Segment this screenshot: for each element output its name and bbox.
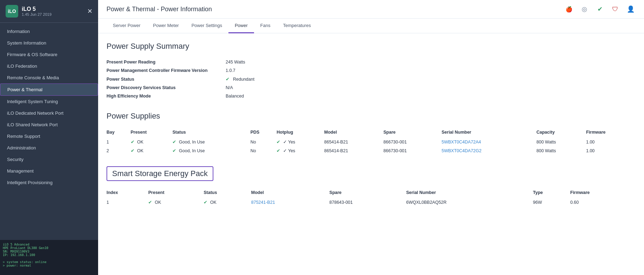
smart-storage-header-row: IndexPresentStatusModelSpareSerial Numbe… bbox=[107, 188, 636, 198]
summary-row: High Efficiency ModeBalanced bbox=[107, 92, 636, 100]
ps-col-header: Bay bbox=[107, 128, 131, 138]
tabs-bar: Server PowerPower MeterPower SettingsPow… bbox=[98, 19, 644, 33]
status-ok-icon: ✔ bbox=[226, 76, 229, 82]
table-row: 1✔ OK✔ OK875241-B21878643-0016WQXL0BB2AQ… bbox=[107, 198, 636, 207]
table-cell: ✔ Good, In Use bbox=[172, 146, 250, 155]
table-cell: 1.00 bbox=[586, 146, 636, 155]
sidebar-item-management[interactable]: Management bbox=[0, 165, 98, 177]
table-cell: 1 bbox=[107, 198, 148, 207]
sidebar-item-ilo-federation[interactable]: iLO Federation bbox=[0, 60, 98, 72]
smart-storage-tbody: 1✔ OK✔ OK875241-B21878643-0016WQXL0BB2AQ… bbox=[107, 198, 636, 207]
table-row: 2✔ OK✔ Good, In UseNo✔ ✓ Yes865414-B2186… bbox=[107, 146, 636, 155]
terminal-line: > power: normal bbox=[3, 264, 95, 267]
table-cell: 800 Watts bbox=[536, 138, 586, 146]
tab-server-power[interactable]: Server Power bbox=[107, 19, 147, 33]
ok-icon: ✔ bbox=[172, 140, 177, 145]
smart-storage-box: Smart Storage Energy Pack bbox=[107, 166, 213, 181]
target-icon[interactable]: ◎ bbox=[580, 4, 589, 14]
sidebar-item-remote-support[interactable]: Remote Support bbox=[0, 130, 98, 142]
ok-icon: ✔ bbox=[131, 140, 136, 145]
sidebar-item-security[interactable]: Security bbox=[0, 154, 98, 165]
summary-label: Power Status bbox=[107, 77, 226, 82]
check-circle-icon[interactable]: ✔ bbox=[595, 4, 605, 14]
model-link[interactable]: 875241-B21 bbox=[251, 200, 275, 205]
table-cell: 878643-001 bbox=[329, 198, 406, 207]
power-supply-summary-section: Power Supply Summary Present Power Readi… bbox=[107, 42, 636, 100]
power-supply-summary-title: Power Supply Summary bbox=[107, 42, 636, 51]
table-cell: No bbox=[251, 138, 277, 146]
app-logo-text: iLO 5 1.45 Jun 27 2019 bbox=[22, 6, 52, 16]
tab-power[interactable]: Power bbox=[228, 19, 254, 33]
ss-col-header: Status bbox=[204, 188, 251, 198]
table-cell: 866730-001 bbox=[383, 138, 441, 146]
summary-label: High Efficiency Mode bbox=[107, 94, 226, 99]
smart-storage-section: Smart Storage Energy Pack IndexPresentSt… bbox=[107, 166, 636, 207]
power-supplies-section: Power Supplies BayPresentStatusPDSHotplu… bbox=[107, 112, 636, 155]
page-title: Power & Thermal - Power Information bbox=[107, 6, 212, 13]
sidebar-nav: InformationSystem InformationFirmware & … bbox=[0, 23, 98, 240]
tab-power-settings[interactable]: Power Settings bbox=[185, 19, 228, 33]
terminal-line: iLO 5 Advanced bbox=[3, 243, 95, 246]
power-supplies-title: Power Supplies bbox=[107, 112, 636, 121]
terminal-line: HPE ProLiant DL380 Gen10 bbox=[3, 246, 95, 250]
sidebar-item-remote-console-media[interactable]: Remote Console & Media bbox=[0, 72, 98, 83]
table-cell: 96W bbox=[533, 198, 570, 207]
table-cell: ✔ OK bbox=[148, 198, 204, 207]
summary-value: Balanced bbox=[226, 94, 244, 99]
sidebar-item-firmware-os-software[interactable]: Firmware & OS Software bbox=[0, 49, 98, 60]
sidebar-item-ilo-dedicated-network-port[interactable]: iLO Dedicated Network Port bbox=[0, 107, 98, 119]
smart-storage-thead: IndexPresentStatusModelSpareSerial Numbe… bbox=[107, 188, 636, 198]
sidebar-item-information[interactable]: Information bbox=[0, 26, 98, 37]
table-cell: 1.00 bbox=[586, 138, 636, 146]
ss-col-header: Spare bbox=[329, 188, 406, 198]
table-cell: 800 Watts bbox=[536, 146, 586, 155]
table-cell: 5WBXT0C4DA72A4 bbox=[441, 138, 536, 146]
power-supply-summary-table: Present Power Reading245 WattsPower Mana… bbox=[107, 58, 636, 100]
ps-col-header: Model bbox=[324, 128, 383, 138]
table-cell: 6WQXL0BB2AQ52R bbox=[406, 198, 533, 207]
sidebar-item-ilo-shared-network-port[interactable]: iLO Shared Network Port bbox=[0, 119, 98, 130]
tab-fans[interactable]: Fans bbox=[254, 19, 277, 33]
ok-icon: ✔ bbox=[148, 200, 153, 205]
app-title: iLO 5 bbox=[22, 6, 52, 12]
serial-number-link[interactable]: 5WBXT0C4DA72A4 bbox=[441, 140, 481, 145]
table-cell: 0.60 bbox=[570, 198, 636, 207]
ps-col-header: Firmware bbox=[586, 128, 636, 138]
table-cell: ✔ ✓ Yes bbox=[276, 146, 324, 155]
app-logo-icon: iLO bbox=[6, 5, 18, 18]
sidebar-terminal: iLO 5 Advanced HPE ProLiant DL380 Gen10 … bbox=[0, 240, 98, 275]
ok-icon: ✔ bbox=[204, 200, 208, 205]
ss-col-header: Model bbox=[251, 188, 329, 198]
summary-value: N/A bbox=[226, 85, 233, 90]
ok-icon: ✔ bbox=[172, 148, 177, 153]
ok-icon: ✔ bbox=[276, 148, 281, 153]
ss-col-header: Type bbox=[533, 188, 570, 198]
ps-col-header: Spare bbox=[383, 128, 441, 138]
sidebar-item-administration[interactable]: Administration bbox=[0, 142, 98, 154]
tab-temperatures[interactable]: Temperatures bbox=[277, 19, 317, 33]
sidebar-header: iLO iLO 5 1.45 Jun 27 2019 ✕ bbox=[0, 0, 98, 23]
sidebar-item-system-information[interactable]: System Information bbox=[0, 37, 98, 49]
sidebar-item-intelligent-provisioning[interactable]: Intelligent Provisioning bbox=[0, 177, 98, 188]
table-cell: 865414-B21 bbox=[324, 138, 383, 146]
tab-power-meter[interactable]: Power Meter bbox=[147, 19, 185, 33]
shield-icon[interactable]: 🛡 bbox=[610, 4, 620, 14]
smart-storage-table: IndexPresentStatusModelSpareSerial Numbe… bbox=[107, 188, 636, 207]
summary-label: Present Power Reading bbox=[107, 60, 226, 65]
user-icon[interactable]: 👤 bbox=[626, 4, 636, 14]
table-cell: 5WBXT0C4DA72G2 bbox=[441, 146, 536, 155]
ss-col-header: Index bbox=[107, 188, 148, 198]
summary-row: Power Status✔Redundant bbox=[107, 75, 636, 83]
ps-col-header: PDS bbox=[251, 128, 277, 138]
table-cell: 875241-B21 bbox=[251, 198, 329, 207]
table-cell: No bbox=[251, 146, 277, 155]
ps-col-header: Present bbox=[131, 128, 173, 138]
alert-icon[interactable]: 🍎 bbox=[564, 4, 574, 14]
table-cell: 1 bbox=[107, 138, 131, 146]
sidebar-item-intelligent-system-tuning[interactable]: Intelligent System Tuning bbox=[0, 96, 98, 107]
ps-col-header: Hotplug bbox=[276, 128, 324, 138]
close-button[interactable]: ✕ bbox=[87, 7, 93, 15]
sidebar-item-power-thermal[interactable]: Power & Thermal bbox=[0, 83, 98, 96]
serial-number-link[interactable]: 5WBXT0C4DA72G2 bbox=[441, 148, 481, 153]
sidebar: iLO iLO 5 1.45 Jun 27 2019 ✕ Information… bbox=[0, 0, 98, 275]
